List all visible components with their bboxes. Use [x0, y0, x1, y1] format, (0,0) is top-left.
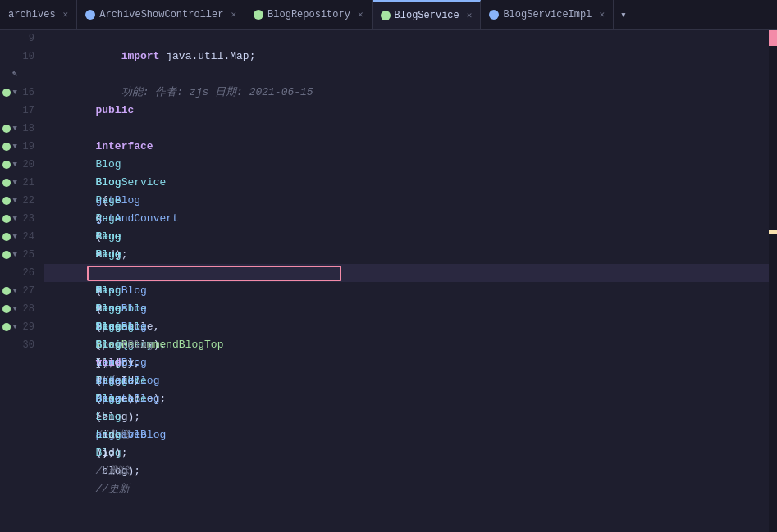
blogservice-icon	[381, 11, 391, 20]
tab-archiveshowcontroller[interactable]: ArchiveShowController ✕	[77, 0, 245, 30]
line-number-gutter: 9 10 ✎ ▼ 16 17 ▼	[0, 30, 41, 532]
tab-archives[interactable]: archives ✕	[0, 0, 77, 30]
code-line-29: void deleteBlog ( Long id); //删除	[44, 318, 777, 336]
gutter-line-20: ▼ 20	[0, 156, 34, 174]
code-line-17	[44, 102, 777, 120]
tab-blogservice-close[interactable]: ✕	[467, 10, 473, 20]
code-line-21: Page < Blog > listBlog ( Pageable pageab…	[44, 174, 777, 192]
fold-arrow-19[interactable]: ▼	[13, 138, 17, 156]
code-line-22: Page < Blog > listBlog ( String query, P…	[44, 192, 777, 210]
scrollbar-thumb[interactable]	[769, 30, 777, 46]
code-line-20: Page < Blog > listBlog ( Pageable pageab…	[44, 156, 777, 174]
gutter-line-18: ▼ 18	[0, 120, 34, 138]
code-line-9: import java.util.Map;	[44, 30, 777, 48]
gutter-line-19: ▼ 19	[0, 138, 34, 156]
scrollbar-track[interactable]	[769, 30, 777, 532]
code-line-27: Blog saveBlog ( Blog blog); //新增	[44, 282, 777, 300]
gutter-line-23: ▼ 23	[0, 210, 34, 228]
tab-blogserviceimpl[interactable]: BlogServiceImpl ✕	[481, 0, 614, 30]
fold-arrow-16[interactable]: ▼	[13, 84, 17, 102]
gutter-line-17: 17	[0, 102, 34, 120]
gutter-line-27: ▼ 27	[0, 282, 34, 300]
editor-window: archives ✕ ArchiveShowController ✕ BlogR…	[0, 0, 777, 532]
code-line-26: Long countBlog ();|	[44, 264, 777, 282]
gutter-line-10: 10	[0, 48, 34, 66]
tab-archiveshowcontroller-close[interactable]: ✕	[231, 9, 236, 20]
fold-arrow-29[interactable]: ▼	[13, 318, 17, 336]
gutter-line-25: ▼ 25	[0, 246, 34, 264]
class-icon-24	[2, 233, 11, 241]
tab-blogrepository-label: BlogRepository	[267, 9, 350, 20]
class-icon-25	[2, 251, 11, 259]
code-line-24: List < Blog > listRecommendBlogTop ( Int…	[44, 228, 777, 246]
gutter-line-16: ▼ 16	[0, 84, 34, 102]
gutter-line-28: ▼ 28	[0, 300, 34, 318]
tab-archives-label: archives	[8, 9, 56, 20]
fold-arrow-25[interactable]: ▼	[13, 246, 17, 264]
code-line-25: Map < String , List < Blog >> archiveBlo…	[44, 246, 777, 264]
class-icon-22	[2, 197, 11, 205]
fold-arrow-24[interactable]: ▼	[13, 228, 17, 246]
fold-arrow-27[interactable]: ▼	[13, 282, 17, 300]
code-line-23: Page < Blog > listBlog ( Long tagId, Pag…	[44, 210, 777, 228]
gutter-line-22: ▼ 22	[0, 192, 34, 210]
class-icon-23	[2, 215, 11, 223]
editor-body: 9 10 ✎ ▼ 16 17 ▼	[0, 30, 777, 532]
red-box-highlight	[87, 266, 341, 281]
fold-arrow-21[interactable]: ▼	[13, 174, 17, 192]
tab-blogrepository[interactable]: BlogRepository ✕	[245, 0, 372, 30]
code-line-30: }	[44, 336, 777, 354]
fold-arrow-23[interactable]: ▼	[13, 210, 17, 228]
gutter-line-21: ▼ 21	[0, 174, 34, 192]
tab-archives-close[interactable]: ✕	[63, 9, 69, 20]
code-line-18: Blog getBlog ( Long id); //根据id查询	[44, 120, 777, 138]
class-icon-16	[2, 89, 11, 97]
class-icon-20	[2, 161, 11, 169]
tab-blogserviceimpl-close[interactable]: ✕	[599, 9, 605, 20]
gutter-line-comment: ✎	[0, 66, 34, 84]
fold-arrow-20[interactable]: ▼	[13, 156, 17, 174]
scrollbar-marker-1	[769, 230, 777, 234]
fold-arrow-22[interactable]: ▼	[13, 192, 17, 210]
gutter-line-26: 26	[0, 264, 34, 282]
fold-arrow-28[interactable]: ▼	[13, 300, 17, 318]
tab-overflow-button[interactable]: ▾	[614, 0, 633, 30]
gutter-line-30: 30	[0, 336, 34, 354]
gutter-line-9: 9	[0, 30, 34, 48]
code-line-16: public interface BlogService {	[44, 84, 777, 102]
tab-blogserviceimpl-label: BlogServiceImpl	[503, 9, 592, 20]
code-line-10	[44, 48, 777, 66]
class-icon-27	[2, 287, 11, 295]
pencil-icon: ✎	[12, 66, 17, 84]
class-icon-29	[2, 323, 11, 331]
class-icon-21	[2, 179, 11, 187]
tab-blogservice[interactable]: BlogService ✕	[373, 0, 482, 30]
class-icon-28	[2, 305, 11, 313]
tab-blogservice-label: BlogService	[395, 10, 459, 21]
code-line-28: Blog updateBlog ( Long id, Blog blog); /…	[44, 300, 777, 318]
fold-arrow-18[interactable]: ▼	[13, 120, 17, 138]
gutter-line-29: ▼ 29	[0, 318, 34, 336]
tab-bar: archives ✕ ArchiveShowController ✕ BlogR…	[0, 0, 777, 30]
archiveshowcontroller-icon	[85, 10, 95, 20]
class-icon-19	[2, 143, 11, 151]
blogserviceimpl-icon	[489, 10, 499, 20]
tab-archiveshowcontroller-label: ArchiveShowController	[99, 9, 223, 20]
blogrepository-icon	[254, 10, 263, 20]
code-area: import java.util.Map; 功能: 作者: zjs 日期: 20…	[41, 30, 777, 532]
tab-blogrepository-close[interactable]: ✕	[358, 9, 363, 20]
class-icon-18	[2, 125, 11, 133]
code-line-comment: 功能: 作者: zjs 日期: 2021-06-15	[44, 66, 777, 84]
gutter-line-24: ▼ 24	[0, 228, 34, 246]
code-line-19: Blog getAndConvert ( Long id);	[44, 138, 777, 156]
